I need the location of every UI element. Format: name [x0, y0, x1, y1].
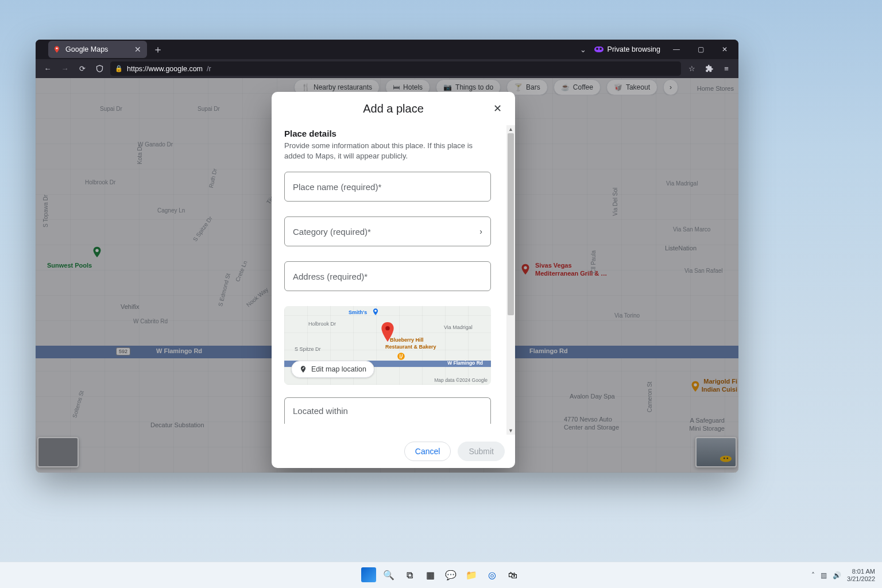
modal-footer: Cancel Submit	[272, 435, 515, 468]
nav-back-button[interactable]: ←	[41, 63, 54, 75]
scroll-thumb[interactable]	[508, 133, 514, 315]
modal-header: Add a place ✕	[272, 92, 515, 125]
address-placeholder: Address (required)*	[293, 272, 368, 281]
taskbar-center: 🔍 ⧉ ▦ 💬 📁 ◎ 🛍	[361, 567, 521, 583]
scroll-up-icon[interactable]: ▲	[506, 125, 515, 133]
chevron-right-icon: ›	[479, 227, 482, 236]
located-within-placeholder: Located within	[293, 406, 348, 416]
taskbar-tray: ˄ ▥ 🔊 8:01 AM 3/21/2022	[811, 568, 882, 582]
svg-point-9	[385, 326, 389, 330]
place-details-heading: Place details	[284, 129, 509, 138]
place-details-description: Provide some information about this plac…	[284, 141, 485, 161]
edge-button[interactable]: ◎	[484, 567, 500, 583]
private-browsing-label: Private browsing	[608, 45, 660, 53]
browser-window: Google Maps ✕ ＋ ⌄ Private browsing ― ▢ ✕…	[36, 40, 738, 473]
task-view-button[interactable]: ⧉	[401, 567, 417, 583]
tab-close-icon[interactable]: ✕	[134, 45, 141, 54]
private-mask-icon	[594, 47, 604, 52]
chat-button[interactable]: 💬	[443, 567, 459, 583]
shield-icon[interactable]	[93, 63, 106, 75]
app-menu-button[interactable]: ≡	[720, 63, 733, 75]
mm-smiths-pin	[372, 308, 380, 318]
store-button[interactable]: 🛍	[505, 567, 521, 583]
browser-toolbar: ← → ⟳ 🔒 https://www.google.com/r ☆ ≡	[36, 59, 738, 78]
mm-via-madrigal: Via Madrigal	[444, 324, 473, 330]
modal-close-button[interactable]: ✕	[490, 101, 505, 116]
located-within-input[interactable]: Located within	[284, 397, 491, 424]
search-button[interactable]: 🔍	[381, 567, 397, 583]
window-close-button[interactable]: ✕	[717, 45, 733, 53]
url-host: https://www.google.com	[127, 65, 203, 73]
maps-favicon	[53, 45, 61, 53]
clock-date: 3/21/2022	[847, 575, 875, 583]
cancel-button[interactable]: Cancel	[404, 442, 451, 461]
modal-scrollbar[interactable]: ▲ ▼	[506, 125, 515, 435]
tab-strip: Google Maps ✕ ＋ ⌄ Private browsing ― ▢ ✕	[36, 40, 738, 59]
place-name-placeholder: Place name (required)*	[293, 182, 381, 192]
svg-point-7	[374, 310, 377, 312]
edit-location-icon	[299, 365, 307, 373]
mm-spitze: S Spitze Dr	[295, 346, 321, 352]
extensions-icon[interactable]	[703, 63, 715, 75]
add-place-modal: Add a place ✕ ▲ ▼ Place details Provide …	[272, 92, 515, 468]
map-attribution: Map data ©2024 Google	[434, 377, 488, 383]
battery-icon[interactable]: ▥	[821, 571, 827, 579]
tab-google-maps[interactable]: Google Maps ✕	[48, 41, 147, 58]
svg-point-8	[397, 353, 405, 361]
edit-map-location-button[interactable]: Edit map location	[291, 361, 374, 378]
modal-body: ▲ ▼ Place details Provide some informati…	[272, 125, 515, 435]
file-explorer-button[interactable]: 📁	[463, 567, 479, 583]
window-minimize-button[interactable]: ―	[668, 45, 684, 53]
lock-icon: 🔒	[115, 65, 123, 72]
mm-holbrook: Holbrook Dr	[308, 321, 336, 327]
modal-title: Add a place	[363, 102, 424, 115]
reload-button[interactable]: ⟳	[76, 63, 88, 75]
tab-title: Google Maps	[65, 45, 130, 53]
new-tab-button[interactable]: ＋	[150, 42, 165, 57]
start-button[interactable]	[361, 567, 376, 582]
mm-smiths: Smith's	[349, 310, 367, 315]
tray-overflow-icon[interactable]: ˄	[811, 571, 815, 579]
bookmark-icon[interactable]: ☆	[686, 63, 698, 75]
address-input[interactable]: Address (required)*	[284, 261, 491, 291]
private-browsing-indicator: Private browsing	[594, 45, 660, 53]
location-preview-map[interactable]: Smith's Holbrook Dr S Spitze Dr Via Madr…	[284, 306, 491, 385]
window-maximize-button[interactable]: ▢	[693, 45, 709, 53]
tabs-overflow-icon[interactable]: ⌄	[580, 45, 586, 54]
place-name-input[interactable]: Place name (required)*	[284, 172, 491, 202]
widgets-button[interactable]: ▦	[422, 567, 438, 583]
url-path: /r	[207, 65, 211, 73]
submit-button[interactable]: Submit	[458, 442, 505, 461]
volume-icon[interactable]: 🔊	[833, 571, 841, 579]
page-content: 🍴Nearby restaurants 🛏Hotels 📷Things to d…	[36, 78, 738, 473]
category-placeholder: Category (required)*	[293, 227, 371, 237]
scroll-down-icon[interactable]: ▼	[506, 427, 515, 435]
mm-center-pin	[380, 322, 395, 344]
mm-blueberry-2: Restaurant & Bakery	[385, 344, 436, 350]
edit-map-location-label: Edit map location	[311, 365, 366, 373]
clock[interactable]: 8:01 AM 3/21/2022	[847, 568, 875, 582]
address-bar[interactable]: 🔒 https://www.google.com/r	[110, 61, 681, 76]
svg-point-0	[56, 48, 58, 49]
windows-taskbar: 🔍 ⧉ ▦ 💬 📁 ◎ 🛍 ˄ ▥ 🔊 8:01 AM 3/21/2022	[0, 562, 882, 588]
nav-forward-button[interactable]: →	[59, 63, 71, 75]
category-select[interactable]: Category (required)* ›	[284, 216, 491, 246]
clock-time: 8:01 AM	[852, 568, 875, 575]
